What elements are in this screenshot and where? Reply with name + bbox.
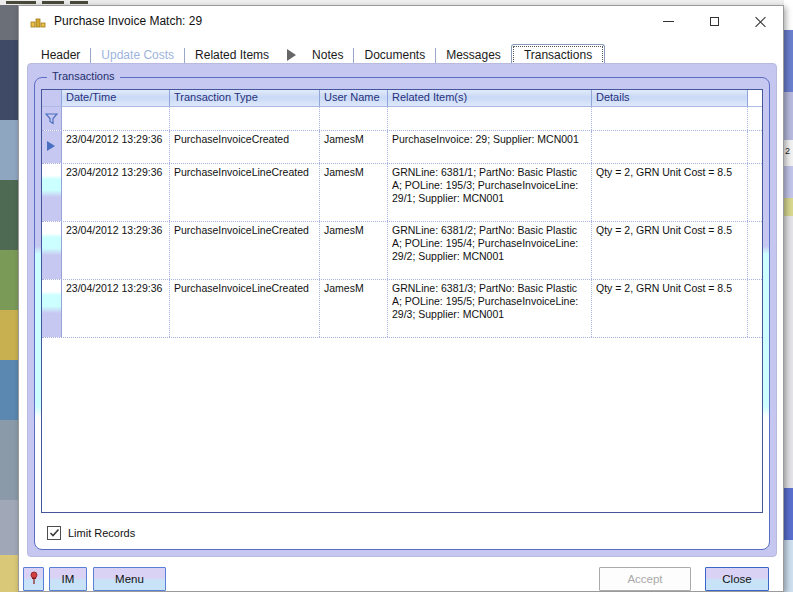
cell-datetime: 23/04/2012 13:29:36 — [62, 222, 170, 279]
screen: 2 Purchase Invoice Match: 29 H — [0, 0, 793, 592]
cell-related-items: GRNLine: 6381/2; PartNo: Basic Plastic A… — [388, 222, 592, 279]
cell-filler — [748, 280, 762, 337]
close-button[interactable] — [737, 6, 783, 36]
column-header-related-items[interactable]: Related Item(s) — [388, 90, 592, 106]
cell-related-items: GRNLine: 6381/1; PartNo: Basic Plastic A… — [388, 164, 592, 221]
cell-user-name: JamesM — [320, 280, 388, 337]
filter-row-header — [42, 107, 62, 130]
background-window-left-edge — [0, 0, 18, 592]
cell-datetime: 23/04/2012 13:29:36 — [62, 164, 170, 221]
cell-related-items: GRNLine: 6381/3; PartNo: Basic Plastic A… — [388, 280, 592, 337]
groupbox-title: Transactions — [47, 70, 120, 82]
maximize-button[interactable] — [691, 6, 737, 36]
cell-datetime: 23/04/2012 13:29:36 — [62, 131, 170, 163]
row-header[interactable] — [42, 164, 62, 221]
menu-button[interactable]: Menu — [93, 567, 166, 591]
filter-cell-user-name[interactable] — [320, 107, 388, 130]
grid-corner-cell — [42, 90, 62, 106]
current-row-arrow-icon — [47, 141, 55, 151]
column-header-transaction-type[interactable]: Transaction Type — [170, 90, 320, 106]
filter-cell-related-items[interactable] — [388, 107, 592, 130]
pin-button[interactable] — [23, 567, 44, 591]
filter-cell-transaction-type[interactable] — [170, 107, 320, 130]
table-row[interactable]: 23/04/2012 13:29:36 PurchaseInvoiceLineC… — [42, 280, 762, 338]
transactions-groupbox: Transactions Date/Time Transaction Type … — [34, 77, 770, 550]
background-cell-fragment: 2 — [785, 146, 790, 156]
row-header[interactable] — [42, 280, 62, 337]
column-header-user-name[interactable]: User Name — [320, 90, 388, 106]
cell-transaction-type: PurchaseInvoiceLineCreated — [170, 222, 320, 279]
cell-details — [592, 131, 748, 163]
filter-cell-details[interactable] — [592, 107, 748, 130]
row-header[interactable] — [42, 222, 62, 279]
purchase-invoice-match-dialog: Purchase Invoice Match: 29 Header Update… — [18, 5, 784, 592]
minimize-button[interactable] — [645, 6, 691, 36]
cell-user-name: JamesM — [320, 164, 388, 221]
checkmark-icon — [49, 528, 60, 538]
cell-related-items: PurchaseInvoice: 29; Supplier: MCN001 — [388, 131, 592, 163]
cell-filler — [748, 131, 762, 163]
titlebar[interactable]: Purchase Invoice Match: 29 — [19, 6, 783, 36]
accept-button[interactable]: Accept — [599, 567, 691, 591]
cell-filler — [748, 164, 762, 221]
grid-header-row: Date/Time Transaction Type User Name Rel… — [42, 90, 762, 107]
table-row[interactable]: 23/04/2012 13:29:36 PurchaseInvoiceLineC… — [42, 222, 762, 280]
pushpin-icon — [29, 571, 39, 587]
cell-details: Qty = 2, GRN Unit Cost = 8.5 — [592, 222, 748, 279]
transactions-tab-page: Transactions Date/Time Transaction Type … — [27, 63, 777, 557]
limit-records-label: Limit Records — [68, 527, 135, 539]
limit-records-checkbox[interactable] — [47, 526, 61, 540]
row-header[interactable] — [42, 131, 62, 163]
cell-details: Qty = 2, GRN Unit Cost = 8.5 — [592, 280, 748, 337]
background-window-right-edge: 2 — [784, 0, 793, 592]
transactions-grid: Date/Time Transaction Type User Name Rel… — [41, 89, 763, 513]
filter-cell-filler — [748, 107, 762, 130]
minimize-icon — [663, 21, 674, 22]
column-header-details[interactable]: Details — [592, 90, 748, 106]
cell-filler — [748, 222, 762, 279]
cell-details: Qty = 2, GRN Unit Cost = 8.5 — [592, 164, 748, 221]
table-row[interactable]: 23/04/2012 13:29:36 PurchaseInvoiceCreat… — [42, 131, 762, 164]
cell-user-name: JamesM — [320, 131, 388, 163]
app-icon — [30, 14, 46, 28]
cell-user-name: JamesM — [320, 222, 388, 279]
cell-datetime: 23/04/2012 13:29:36 — [62, 280, 170, 337]
column-header-filler — [748, 90, 762, 106]
table-row[interactable]: 23/04/2012 13:29:36 PurchaseInvoiceLineC… — [42, 164, 762, 222]
grid-filter-row — [42, 107, 762, 131]
cell-transaction-type: PurchaseInvoiceLineCreated — [170, 164, 320, 221]
cell-transaction-type: PurchaseInvoiceCreated — [170, 131, 320, 163]
close-dialog-button[interactable]: Close — [705, 567, 769, 591]
limit-records-option: Limit Records — [47, 526, 135, 540]
window-title: Purchase Invoice Match: 29 — [54, 14, 202, 28]
cell-transaction-type: PurchaseInvoiceLineCreated — [170, 280, 320, 337]
im-button[interactable]: IM — [49, 567, 87, 591]
filter-funnel-icon — [45, 113, 58, 125]
maximize-icon — [710, 17, 719, 26]
column-header-datetime[interactable]: Date/Time — [62, 90, 170, 106]
play-arrow-icon[interactable] — [287, 49, 296, 61]
close-icon — [755, 16, 766, 27]
filter-cell-datetime[interactable] — [62, 107, 170, 130]
